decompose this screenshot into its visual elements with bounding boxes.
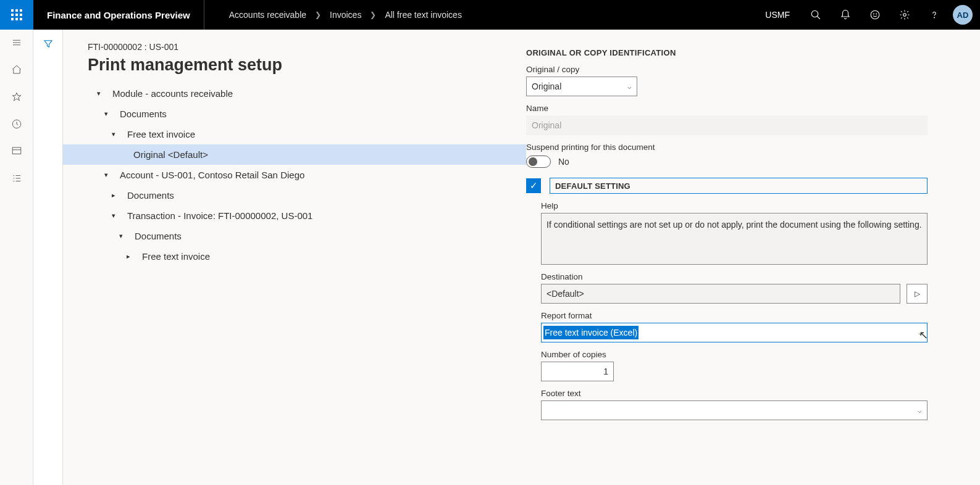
original-copy-label: Original / copy — [526, 65, 928, 74]
app-launcher-button[interactable] — [0, 0, 33, 30]
tree-node-account[interactable]: ▾ Account - US-001, Contoso Retail San D… — [63, 165, 526, 185]
chevron-right-icon: ❯ — [315, 10, 321, 19]
report-format-select[interactable]: Free text invoice (Excel) ⌵ ↖ — [541, 323, 928, 342]
svg-point-0 — [811, 10, 818, 17]
destination-value: <Default> — [547, 289, 584, 299]
tree-arrow-down-icon: ▾ — [109, 212, 119, 220]
page-title: Print management setup — [63, 52, 526, 83]
tree-node-documents[interactable]: ▾ Documents — [63, 104, 526, 124]
avatar[interactable]: AD — [953, 5, 973, 25]
search-icon[interactable] — [801, 0, 831, 30]
tree-label: Original <Default> — [130, 149, 208, 160]
filter-icon[interactable] — [43, 38, 54, 485]
tree-label: Free text invoice — [133, 251, 210, 262]
tree-node-documents-transaction[interactable]: ▾ Documents — [63, 226, 526, 246]
help-label: Help — [541, 201, 928, 210]
tree-arrow-down-icon: ▾ — [94, 89, 104, 97]
breadcrumb-item[interactable]: Invoices — [330, 10, 361, 20]
original-copy-select[interactable]: Original ⌵ — [526, 77, 637, 96]
tree-label: Transaction - Invoice: FTI-00000002, US-… — [119, 210, 312, 221]
tree-label: Documents — [111, 109, 167, 119]
suspend-label: Suspend printing for this document — [526, 143, 928, 152]
footer-text-select[interactable]: ⌵ — [541, 400, 928, 420]
help-text: If conditional settings are not set up o… — [541, 213, 928, 265]
tree-node-free-text-invoice-trans[interactable]: ▸ Free text invoice — [63, 246, 526, 267]
waffle-icon — [11, 9, 22, 20]
section-caption-original: ORIGINAL OR COPY IDENTIFICATION — [526, 48, 928, 57]
tree-node-documents-account[interactable]: ▸ Documents — [63, 185, 526, 205]
default-setting-checkbox[interactable]: ✓ — [526, 178, 541, 193]
tree-node-free-text-invoice[interactable]: ▾ Free text invoice — [63, 124, 526, 144]
breadcrumb-item[interactable]: Accounts receivable — [229, 10, 306, 20]
tree-arrow-down-icon: ▾ — [116, 232, 126, 240]
chevron-down-icon: ⌵ — [918, 329, 926, 337]
recent-icon[interactable] — [10, 117, 23, 131]
report-format-value: Free text invoice (Excel) — [543, 326, 639, 339]
chevron-right-icon: ❯ — [370, 10, 376, 19]
svg-line-1 — [817, 16, 820, 19]
tree-arrow-down-icon: ▾ — [101, 110, 111, 118]
tree-node-module[interactable]: ▾ Module - accounts receivable — [63, 83, 526, 104]
name-label: Name — [526, 104, 928, 113]
suspend-value: No — [558, 157, 569, 167]
play-icon: ▷ — [915, 289, 920, 298]
tree-node-transaction[interactable]: ▾ Transaction - Invoice: FTI-00000002, U… — [63, 205, 526, 226]
smile-icon[interactable] — [860, 0, 890, 30]
workspace-icon[interactable] — [10, 144, 23, 158]
destination-configure-button[interactable]: ▷ — [907, 284, 928, 304]
svg-point-2 — [871, 10, 879, 19]
tree-label: Documents — [119, 190, 174, 201]
svg-point-3 — [873, 14, 874, 14]
name-field: Original — [526, 115, 928, 135]
help-icon[interactable] — [919, 0, 949, 30]
svg-point-5 — [903, 14, 907, 17]
chevron-down-icon: ⌵ — [918, 407, 922, 415]
suspend-toggle[interactable] — [526, 155, 551, 168]
destination-label: Destination — [541, 272, 928, 281]
tree-label: Documents — [126, 231, 182, 241]
tree-label: Account - US-001, Contoso Retail San Die… — [111, 170, 304, 180]
tree-label: Free text invoice — [119, 129, 195, 139]
copies-label: Number of copies — [541, 350, 928, 359]
home-icon[interactable] — [10, 63, 23, 77]
copies-input[interactable]: 1 — [541, 362, 614, 381]
svg-rect-11 — [12, 147, 21, 154]
name-value: Original — [532, 120, 561, 130]
record-identifier: FTI-00000002 : US-001 — [63, 42, 526, 52]
destination-input[interactable]: <Default> — [541, 284, 900, 304]
tree-arrow-down-icon: ▾ — [101, 171, 111, 179]
svg-point-6 — [934, 17, 935, 18]
company-picker[interactable]: USMF — [754, 10, 801, 20]
modules-icon[interactable] — [10, 172, 23, 185]
copies-value: 1 — [603, 367, 608, 376]
app-title: Finance and Operations Preview — [33, 0, 204, 30]
original-copy-value: Original — [532, 81, 561, 91]
report-format-label: Report format — [541, 311, 928, 320]
breadcrumb: Accounts receivable ❯ Invoices ❯ All fre… — [204, 10, 462, 20]
footer-label: Footer text — [541, 389, 928, 398]
star-icon[interactable] — [10, 90, 23, 104]
gear-icon[interactable] — [890, 0, 919, 30]
hamburger-icon[interactable] — [10, 36, 23, 49]
svg-point-4 — [876, 14, 877, 14]
tree-node-original-default[interactable]: Original <Default> — [63, 144, 526, 165]
tree-label: Module - accounts receivable — [104, 88, 233, 99]
bell-icon[interactable] — [831, 0, 860, 30]
tree-arrow-right-icon: ▸ — [109, 191, 119, 199]
breadcrumb-item[interactable]: All free text invoices — [385, 10, 462, 20]
chevron-down-icon: ⌵ — [627, 83, 632, 91]
default-setting-heading: DEFAULT SETTING — [550, 178, 928, 194]
tree-arrow-down-icon: ▾ — [109, 130, 119, 138]
tree-arrow-right-icon: ▸ — [124, 252, 133, 260]
